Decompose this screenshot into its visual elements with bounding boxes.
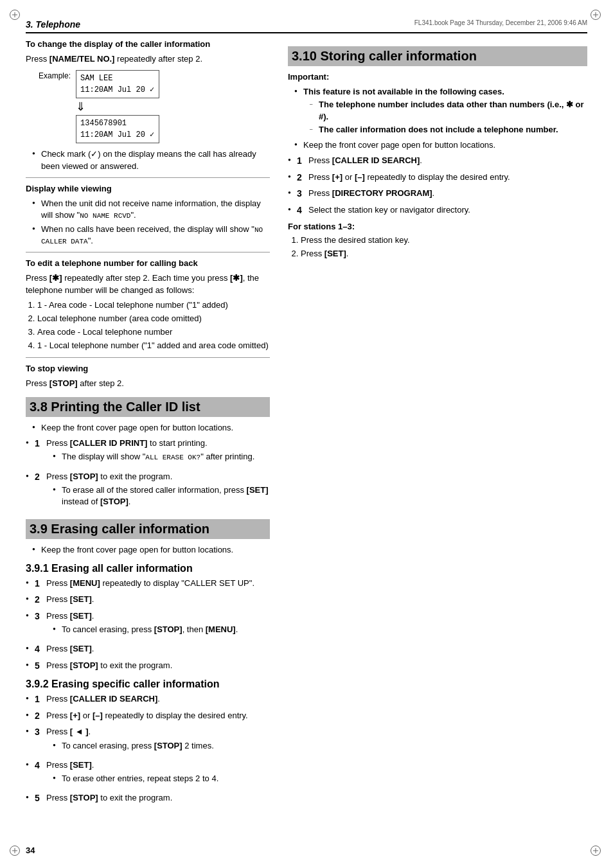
section-38-heading: 3.8 Printing the Caller ID list (26, 397, 270, 417)
important-sub-bullets: The telephone number includes data other… (303, 99, 587, 136)
caller-display-intro: Press [NAME/TEL NO.] repeatedly after st… (26, 53, 270, 65)
caller-display-note: Check mark (✓) on the display means the … (32, 148, 270, 172)
corner-mark-bl (10, 846, 22, 858)
station-step-2: Press [SET]. (301, 248, 587, 260)
divider-1 (26, 177, 270, 178)
section-392-steps: 1 Press [CALLER ID SEARCH]. 2 Press [+] … (26, 693, 270, 805)
section-39-bullet-1: Keep the front cover page open for butto… (32, 544, 270, 556)
corner-mark-br (591, 846, 603, 858)
section-39-bullets: Keep the front cover page open for butto… (26, 544, 270, 556)
display-while-viewing-heading: Display while viewing (26, 183, 270, 195)
station-steps: Press the desired station key. Press [SE… (288, 235, 587, 260)
step-391-5: 5 Press [STOP] to exit the program. (26, 660, 270, 673)
section-38-bullets: Keep the front cover page open for butto… (26, 422, 270, 434)
two-col-layout: To change the display of the caller info… (26, 39, 587, 809)
example-block: Example: SAM LEE 11:20AM Jul 20 ✓ ⇓ 1345… (39, 69, 270, 145)
right-column: 3.10 Storing caller information Importan… (288, 39, 587, 809)
caller-display-notes: Check mark (✓) on the display means the … (26, 148, 270, 172)
display-while-viewing-bullets: When the unit did not receive name infor… (26, 198, 270, 247)
display-while-viewing-bullet-1: When the unit did not receive name infor… (32, 198, 270, 222)
edit-telephone-list: 1 - Area code - Local telephone number (… (26, 299, 270, 352)
step-38-2: 2 Press [STOP] to exit the program. To e… (26, 471, 270, 512)
step-391-2: 2 Press [SET]. (26, 594, 270, 607)
step-392-4-sub: To erase other entries, repeat steps 2 t… (46, 773, 270, 784)
display-while-viewing-section: Display while viewing When the unit did … (26, 183, 270, 247)
left-column: To change the display of the caller info… (26, 39, 270, 809)
section-391: 3.9.1 Erasing all caller information 1 P… (26, 563, 270, 673)
step-392-4: 4 Press [SET]. To erase other entries, r… (26, 759, 270, 788)
section-310-bullet2-1: Keep the front cover page open for butto… (294, 139, 587, 151)
section-310-heading: 3.10 Storing caller information (288, 46, 587, 66)
step-38-2-sub: To erase all of the stored caller inform… (46, 484, 270, 508)
section-391-steps: 1 Press [MENU] repeatedly to display "CA… (26, 578, 270, 673)
edit-telephone-intro: Press [✱] repeatedly after step 2. Each … (26, 272, 270, 296)
stop-viewing-text: Press [STOP] after step 2. (26, 378, 270, 389)
display-arrow: ⇓ (76, 101, 85, 112)
section-310-bullets2: Keep the front cover page open for butto… (288, 139, 587, 151)
step-310-3: 3 Press [DIRECTORY PROGRAM]. (288, 188, 587, 200)
divider-3 (26, 357, 270, 358)
station-step-1: Press the desired station key. (301, 235, 587, 246)
step-392-3-sub: To cancel erasing, press [STOP] 2 times. (46, 740, 270, 752)
section-38: 3.8 Printing the Caller ID list Keep the… (26, 397, 270, 511)
step-38-1-sub-1: The display will show "ALL ERASE OK?" af… (53, 451, 270, 463)
section-310-steps: 1 Press [CALLER ID SEARCH]. 2 Press [+] … (288, 155, 587, 217)
step-392-3-sub-1: To cancel erasing, press [STOP] 2 times. (53, 740, 270, 752)
step-391-3-sub: To cancel erasing, press [STOP], then [M… (46, 624, 270, 635)
step-391-3-sub-1: To cancel erasing, press [STOP], then [M… (53, 624, 270, 635)
for-stations-label: For stations 1–3: (288, 221, 587, 233)
step-392-2: 2 Press [+] or [–] repeatedly to display… (26, 710, 270, 723)
page: 3. Telephone FL341.book Page 34 Thursday… (0, 0, 613, 868)
header-title: 3. Telephone (26, 19, 80, 30)
section-310: 3.10 Storing caller information Importan… (288, 46, 587, 260)
step-391-4: 4 Press [SET]. (26, 643, 270, 656)
page-number: 34 (26, 846, 35, 855)
section-38-steps: 1 Press [CALLER ID PRINT] to start print… (26, 438, 270, 511)
example-displays: SAM LEE 11:20AM Jul 20 ✓ ⇓ 1345678901 11… (76, 69, 159, 145)
step-391-1: 1 Press [MENU] repeatedly to display "CA… (26, 578, 270, 590)
display-while-viewing-bullet-2: When no calls have been received, the di… (32, 224, 270, 247)
example-label: Example: (39, 71, 71, 80)
page-header: 3. Telephone FL341.book Page 34 Thursday… (26, 19, 587, 33)
step-38-1: 1 Press [CALLER ID PRINT] to start print… (26, 438, 270, 467)
step-392-4-sub-1: To erase other entries, repeat steps 2 t… (53, 773, 270, 784)
corner-mark-tl (10, 10, 22, 22)
edit-tel-item-3: Area code - Local telephone number (37, 326, 270, 338)
step-38-1-sub: The display will show "ALL ERASE OK?" af… (46, 451, 270, 463)
important-sub-2: The caller information does not include … (310, 124, 587, 136)
header-meta: FL341.book Page 34 Thursday, December 21… (414, 19, 587, 26)
corner-mark-tr (591, 10, 603, 22)
stop-viewing-section: To stop viewing Press [STOP] after step … (26, 363, 270, 389)
step-310-4: 4 Select the station key or navigator di… (288, 204, 587, 217)
section-392-heading: 3.9.2 Erasing specific caller informatio… (26, 678, 270, 690)
divider-2 (26, 252, 270, 252)
section-392: 3.9.2 Erasing specific caller informatio… (26, 678, 270, 805)
step-310-1: 1 Press [CALLER ID SEARCH]. (288, 155, 587, 168)
edit-tel-item-2: Local telephone number (area code omitte… (37, 313, 270, 324)
important-bullet-1: This feature is not available in the fol… (294, 86, 587, 136)
edit-tel-item-4: 1 - Local telephone number ("1" added an… (37, 340, 270, 351)
display-box-2: 1345678901 11:20AM Jul 20 ✓ (76, 115, 159, 143)
step-392-1: 1 Press [CALLER ID SEARCH]. (26, 693, 270, 706)
section-391-heading: 3.9.1 Erasing all caller information (26, 563, 270, 574)
caller-display-section: To change the display of the caller info… (26, 39, 270, 172)
step-392-5: 5 Press [STOP] to exit the program. (26, 792, 270, 805)
section-39: 3.9 Erasing caller information Keep the … (26, 519, 270, 804)
step-38-2-sub-1: To erase all of the stored caller inform… (53, 484, 270, 508)
important-label: Important: (288, 71, 587, 83)
edit-telephone-heading: To edit a telephone number for calling b… (26, 258, 270, 269)
step-310-2: 2 Press [+] or [–] repeatedly to display… (288, 172, 587, 184)
stop-viewing-heading: To stop viewing (26, 363, 270, 375)
section-39-heading: 3.9 Erasing caller information (26, 519, 270, 539)
caller-display-heading: To change the display of the caller info… (26, 39, 210, 49)
important-bullets: This feature is not available in the fol… (288, 86, 587, 136)
edit-tel-item-1: 1 - Area code - Local telephone number (… (37, 299, 270, 311)
step-392-3: 3 Press [ ◄ ]. To cancel erasing, press … (26, 726, 270, 755)
step-391-3: 3 Press [SET]. To cancel erasing, press … (26, 610, 270, 639)
edit-telephone-section: To edit a telephone number for calling b… (26, 258, 270, 351)
important-sub-1: The telephone number includes data other… (310, 99, 587, 122)
section-38-bullet-1: Keep the front cover page open for butto… (32, 422, 270, 434)
display-box-1: SAM LEE 11:20AM Jul 20 ✓ (76, 70, 159, 98)
